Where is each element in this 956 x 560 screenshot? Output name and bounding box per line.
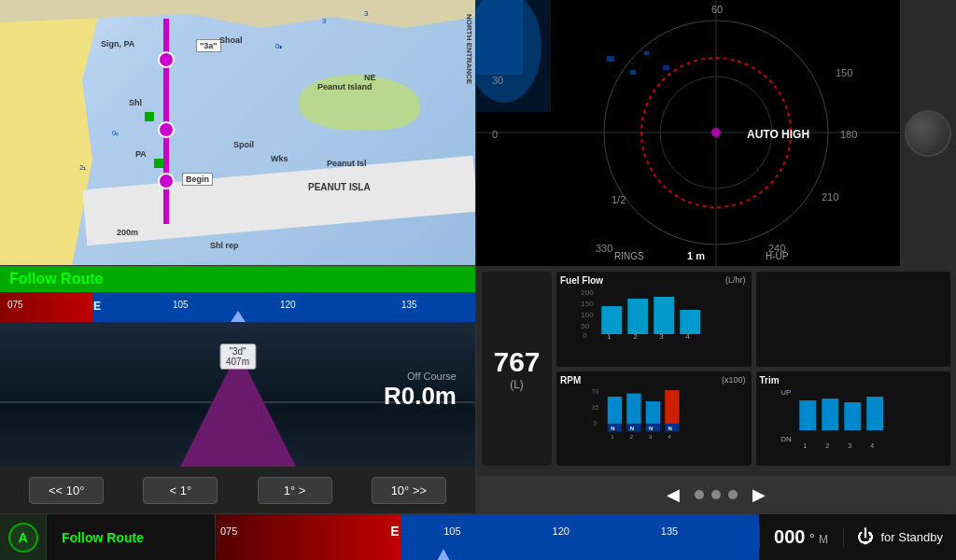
fuel-volume-number: 767 xyxy=(493,346,540,378)
fuel-flow-panel: Fuel Flow (L/hr) 200 150 100 50 0 1 xyxy=(556,272,752,367)
svg-text:30: 30 xyxy=(492,75,503,86)
svg-text:2: 2 xyxy=(633,332,638,340)
svg-rect-41 xyxy=(654,297,674,334)
follow-route-text: Follow Route xyxy=(9,271,103,287)
radar-svg: 60 150 180 210 240 330 1/2 0 30 AUTO HIG… xyxy=(476,0,956,266)
compass-e: E xyxy=(93,300,101,313)
heading-unit: M xyxy=(819,533,828,546)
svg-text:100: 100 xyxy=(581,311,594,319)
channel-marker-1 xyxy=(145,112,154,121)
svg-rect-28 xyxy=(630,70,636,75)
depth-3: 3 xyxy=(322,17,326,25)
svg-text:3: 3 xyxy=(848,442,851,449)
svg-rect-40 xyxy=(627,299,648,334)
back-10-button[interactable]: << 10° xyxy=(29,477,104,504)
svg-text:N: N xyxy=(649,425,653,430)
svg-text:N: N xyxy=(668,425,672,430)
svg-text:N: N xyxy=(630,425,634,430)
svg-text:200: 200 xyxy=(581,288,594,297)
nav-dots-container xyxy=(695,490,738,499)
radar-display: 60 150 180 210 240 330 1/2 0 30 AUTO HIG… xyxy=(476,0,956,266)
nav-prev-arrow[interactable]: ◀ xyxy=(667,484,680,505)
depth-3b: 3 xyxy=(364,9,368,18)
svg-rect-39 xyxy=(601,306,622,334)
nav-controls: ◀ ▶ xyxy=(476,476,956,513)
shl-label: Shl xyxy=(129,98,142,107)
compass-120: 120 xyxy=(280,300,296,310)
shl-rep-label: Shl rep xyxy=(210,241,239,250)
svg-rect-42 xyxy=(680,310,700,334)
shoal-label: Shoal xyxy=(219,35,243,45)
svg-rect-58 xyxy=(646,401,660,424)
svg-text:4: 4 xyxy=(668,434,672,440)
main-grid: "3a" Sign, PA Shoal Shl PA Begin Peanut … xyxy=(0,0,956,560)
status-compass-strip: 075 E 105 120 135 xyxy=(215,514,759,561)
svg-text:50: 50 xyxy=(581,322,589,330)
instruments-panel: 767 (L) Fuel Flow (L/hr) 200 150 100 50 … xyxy=(476,266,956,513)
status-comp-135: 135 xyxy=(661,525,678,537)
channel-marker-2 xyxy=(154,159,163,168)
compass-pointer xyxy=(231,311,246,322)
fuel-flow-title: Fuel Flow xyxy=(560,275,748,286)
depth-06: 0₆ xyxy=(112,129,119,137)
off-course-label: Off Course xyxy=(384,371,457,382)
trim-chart: UP DN 1 2 3 4 xyxy=(760,385,948,449)
nautical-chart: "3a" Sign, PA Shoal Shl PA Begin Peanut … xyxy=(0,0,476,266)
back-1-button[interactable]: < 1° xyxy=(143,477,218,504)
svg-text:1: 1 xyxy=(803,442,807,449)
fwd-10-button[interactable]: 10° >> xyxy=(372,477,446,504)
spoil-label: Spoil xyxy=(233,140,254,149)
compass-strip: 075 E 105 120 135 xyxy=(0,292,475,322)
svg-text:2: 2 xyxy=(825,442,829,449)
peanut-island-label: Peanut Island xyxy=(317,82,373,91)
fwd-1-button[interactable]: 1° > xyxy=(258,477,332,504)
status-comp-120: 120 xyxy=(553,525,569,537)
steering-display: Follow Route 075 E 105 120 135 xyxy=(0,266,476,513)
svg-text:0: 0 xyxy=(492,129,498,140)
standby-button[interactable]: ⏻ for Standby xyxy=(843,527,957,547)
steering-buttons: << 10° < 1° 1° > 10° >> xyxy=(0,467,475,513)
depth-2: 2₁ xyxy=(79,163,86,172)
svg-rect-50 xyxy=(608,396,622,423)
ne-label: NE xyxy=(364,73,376,82)
fuel-flow-chart: 200 150 100 50 0 1 2 3 4 xyxy=(560,286,748,340)
svg-point-13 xyxy=(711,128,721,137)
svg-text:4: 4 xyxy=(685,332,690,340)
status-comp-e: E xyxy=(390,524,399,539)
nav-dot-2[interactable] xyxy=(711,490,721,499)
status-blue-zone xyxy=(401,514,759,561)
status-bar: A Follow Route 075 E 105 120 135 000 ° M… xyxy=(0,513,956,560)
svg-text:3: 3 xyxy=(659,332,664,340)
svg-text:70: 70 xyxy=(592,387,599,394)
north-entrance-label: NORTH ENTRANCE xyxy=(465,14,473,84)
svg-text:150: 150 xyxy=(836,67,852,78)
depth-03: 0₃ xyxy=(275,42,282,50)
fuel-volume-panel: 767 (L) xyxy=(482,272,552,466)
waypoint-marker-mid xyxy=(158,121,175,138)
svg-text:180: 180 xyxy=(840,129,857,140)
compass-135: 135 xyxy=(401,300,417,310)
peanut-isl-label: Peanut Isl xyxy=(327,159,367,168)
waypoint-marker-bot xyxy=(158,173,175,189)
svg-rect-27 xyxy=(607,56,614,62)
trim-panel-top xyxy=(756,272,951,367)
svg-rect-70 xyxy=(822,399,838,430)
status-follow-route: Follow Route xyxy=(47,530,215,545)
svg-text:1 m: 1 m xyxy=(687,250,705,261)
waypoint-marker-top xyxy=(158,51,175,68)
nav-next-arrow[interactable]: ▶ xyxy=(752,484,766,505)
svg-text:UP: UP xyxy=(780,388,791,397)
svg-text:150: 150 xyxy=(581,300,594,308)
autopilot-button[interactable]: A xyxy=(0,514,47,561)
svg-text:4: 4 xyxy=(870,442,874,449)
svg-rect-54 xyxy=(626,393,640,423)
radar-knob[interactable] xyxy=(905,110,951,157)
power-icon: ⏻ xyxy=(857,527,874,547)
waypoint-dist: 407m xyxy=(226,357,249,367)
nav-dot-1[interactable] xyxy=(695,490,704,499)
svg-rect-29 xyxy=(644,51,649,55)
svg-text:210: 210 xyxy=(822,191,838,203)
heading-degree: ° xyxy=(809,531,815,546)
nav-dot-3[interactable] xyxy=(728,490,738,499)
status-pointer xyxy=(437,549,450,561)
